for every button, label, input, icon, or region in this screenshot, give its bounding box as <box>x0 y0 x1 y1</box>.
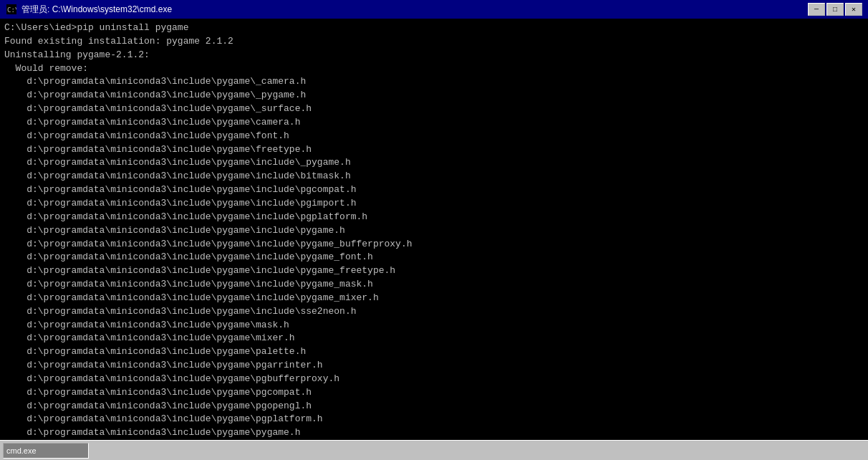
terminal-line: d:\programdata\miniconda3\include\pygame… <box>4 75 864 89</box>
terminal-line: d:\programdata\miniconda3\include\pygame… <box>4 386 864 400</box>
terminal-line: Found existing installation: pygame 2.1.… <box>4 35 864 49</box>
terminal-line: d:\programdata\miniconda3\include\pygame… <box>4 278 864 292</box>
terminal-line: d:\programdata\miniconda3\include\pygame… <box>4 130 864 143</box>
terminal-line: Would remove: <box>4 62 864 76</box>
close-button[interactable]: ✕ <box>845 3 862 16</box>
terminal-line: d:\programdata\miniconda3\include\pygame… <box>4 251 864 264</box>
terminal-line: d:\programdata\miniconda3\include\pygame… <box>4 211 864 224</box>
terminal-line: d:\programdata\miniconda3\include\pygame… <box>4 102 864 116</box>
terminal-line: d:\programdata\miniconda3\include\pygame… <box>4 345 864 359</box>
terminal-line: Uninstalling pygame-2.1.2: <box>4 49 864 62</box>
terminal-line: C:\Users\ied>pip uninstall pygame <box>4 21 864 35</box>
terminal-line: d:\programdata\miniconda3\include\pygame… <box>4 116 864 130</box>
title-bar-left: C:\ 管理员: C:\Windows\system32\cmd.exe <box>6 4 172 16</box>
terminal-line: d:\programdata\miniconda3\include\pygame… <box>4 156 864 170</box>
terminal-line: d:\programdata\miniconda3\include\pygame… <box>4 305 864 319</box>
title-bar: C:\ 管理员: C:\Windows\system32\cmd.exe ─ □… <box>0 0 868 19</box>
window-title: 管理员: C:\Windows\system32\cmd.exe <box>21 4 172 16</box>
maximize-button[interactable]: □ <box>826 3 844 16</box>
terminal-line: d:\programdata\miniconda3\include\pygame… <box>4 264 864 278</box>
terminal-line: d:\programdata\miniconda3\include\pygame… <box>4 183 864 197</box>
terminal-line: d:\programdata\miniconda3\include\pygame… <box>4 197 864 211</box>
terminal-line: d:\programdata\miniconda3\include\pygame… <box>4 426 864 440</box>
taskbar-label: cmd.exe <box>6 446 37 455</box>
terminal-line: d:\programdata\miniconda3\include\pygame… <box>4 373 864 386</box>
minimize-button[interactable]: ─ <box>808 3 825 16</box>
terminal-line: d:\programdata\miniconda3\include\pygame… <box>4 400 864 413</box>
terminal-line: d:\programdata\miniconda3\include\pygame… <box>4 319 864 332</box>
cmd-window: C:\ 管理员: C:\Windows\system32\cmd.exe ─ □… <box>0 0 868 460</box>
window-controls: ─ □ ✕ <box>808 3 862 16</box>
terminal-line: d:\programdata\miniconda3\include\pygame… <box>4 224 864 238</box>
taskbar: cmd.exe <box>0 440 868 460</box>
terminal-line: d:\programdata\miniconda3\include\pygame… <box>4 170 864 183</box>
terminal-line: d:\programdata\miniconda3\include\pygame… <box>4 238 864 251</box>
terminal-line: d:\programdata\miniconda3\include\pygame… <box>4 332 864 345</box>
terminal-line: d:\programdata\miniconda3\include\pygame… <box>4 292 864 305</box>
terminal-line: d:\programdata\miniconda3\include\pygame… <box>4 413 864 426</box>
terminal-line: d:\programdata\miniconda3\include\pygame… <box>4 359 864 373</box>
svg-text:C:\: C:\ <box>7 6 16 14</box>
taskbar-app[interactable]: cmd.exe <box>3 443 89 459</box>
terminal-line: d:\programdata\miniconda3\include\pygame… <box>4 89 864 102</box>
terminal-output: C:\Users\ied>pip uninstall pygameFound e… <box>0 19 868 440</box>
cmd-icon: C:\ <box>6 4 17 15</box>
terminal-line: d:\programdata\miniconda3\include\pygame… <box>4 143 864 157</box>
